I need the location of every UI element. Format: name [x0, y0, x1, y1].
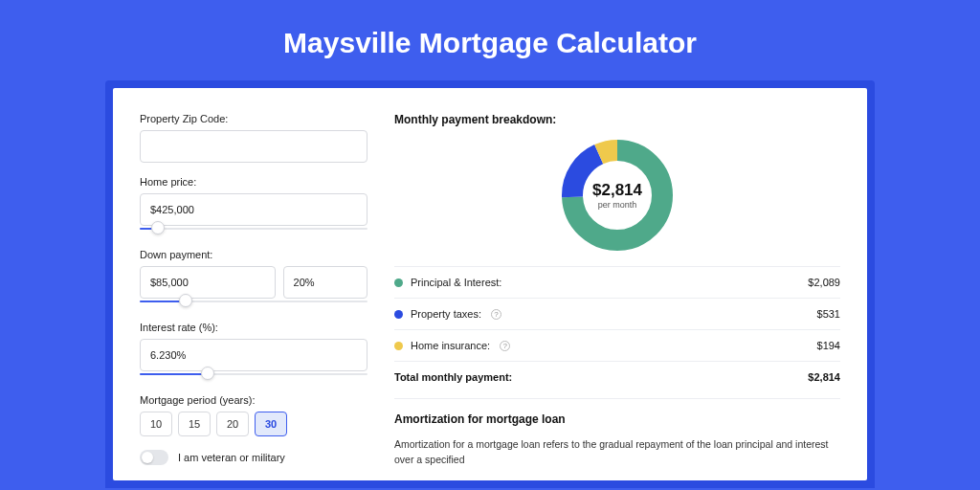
- breakdown-value: $194: [817, 340, 840, 351]
- breakdown-value: $2,089: [808, 277, 840, 288]
- breakdown-label: Principal & Interest:: [411, 277, 501, 288]
- price-slider-thumb[interactable]: [151, 221, 165, 234]
- donut-total: $2,814: [592, 181, 642, 200]
- period-label: Mortgage period (years):: [140, 394, 368, 406]
- legend-dot: [394, 342, 403, 350]
- period-btn-20[interactable]: 20: [216, 412, 249, 436]
- down-slider[interactable]: [140, 297, 368, 308]
- calculator-card: Property Zip Code: Home price: Down paym…: [113, 88, 867, 480]
- veteran-label: I am veteran or military: [178, 452, 285, 463]
- veteran-row: I am veteran or military: [140, 450, 368, 465]
- legend-dot: [394, 310, 403, 319]
- period-group: Mortgage period (years): 10152030: [140, 394, 368, 436]
- rate-slider-thumb[interactable]: [201, 367, 214, 380]
- total-label: Total monthly payment:: [394, 371, 512, 383]
- down-pct-input[interactable]: [283, 266, 368, 299]
- help-icon[interactable]: ?: [500, 341, 510, 351]
- total-row: Total monthly payment: $2,814: [394, 362, 840, 398]
- price-label: Home price:: [140, 176, 368, 188]
- donut-sub: per month: [598, 200, 637, 210]
- breakdown-label: Property taxes:: [411, 308, 481, 320]
- amort-text: Amortization for a mortgage loan refers …: [394, 437, 840, 468]
- breakdown-panel: Monthly payment breakdown: $2,814 per mo…: [394, 113, 840, 480]
- breakdown-list: Principal & Interest:$2,089Property taxe…: [394, 266, 840, 362]
- zip-group: Property Zip Code:: [140, 113, 368, 163]
- period-btn-10[interactable]: 10: [140, 412, 172, 436]
- period-buttons: 10152030: [140, 412, 368, 436]
- page-title: Maysville Mortgage Calculator: [0, 0, 980, 80]
- breakdown-heading: Monthly payment breakdown:: [394, 113, 840, 126]
- breakdown-value: $531: [817, 308, 840, 320]
- total-value: $2,814: [808, 371, 840, 383]
- rate-slider[interactable]: [140, 369, 368, 381]
- breakdown-label: Home insurance:: [411, 340, 490, 351]
- amort-heading: Amortization for mortgage loan: [394, 412, 840, 426]
- price-input[interactable]: [140, 193, 368, 226]
- donut-chart: $2,814 per month: [394, 138, 840, 253]
- rate-label: Interest rate (%):: [140, 322, 368, 333]
- period-btn-15[interactable]: 15: [178, 412, 211, 436]
- down-slider-thumb[interactable]: [179, 294, 192, 307]
- down-label: Down payment:: [140, 249, 368, 260]
- breakdown-row: Property taxes:?$531: [394, 298, 840, 329]
- breakdown-row: Principal & Interest:$2,089: [394, 266, 840, 298]
- rate-input[interactable]: [140, 339, 368, 371]
- breakdown-row: Home insurance:?$194: [394, 329, 840, 362]
- price-slider[interactable]: [140, 224, 368, 235]
- rate-group: Interest rate (%):: [140, 322, 368, 381]
- zip-input[interactable]: [140, 130, 368, 163]
- price-group: Home price:: [140, 176, 368, 235]
- amortization-section: Amortization for mortgage loan Amortizat…: [394, 398, 840, 468]
- period-btn-30[interactable]: 30: [255, 412, 287, 436]
- app-shell: Property Zip Code: Home price: Down paym…: [105, 80, 875, 488]
- legend-dot: [394, 278, 403, 287]
- down-group: Down payment:: [140, 249, 368, 308]
- veteran-toggle[interactable]: [140, 450, 168, 465]
- zip-label: Property Zip Code:: [140, 113, 368, 124]
- down-amount-input[interactable]: [140, 266, 276, 299]
- help-icon[interactable]: ?: [491, 309, 501, 320]
- form-panel: Property Zip Code: Home price: Down paym…: [140, 113, 368, 480]
